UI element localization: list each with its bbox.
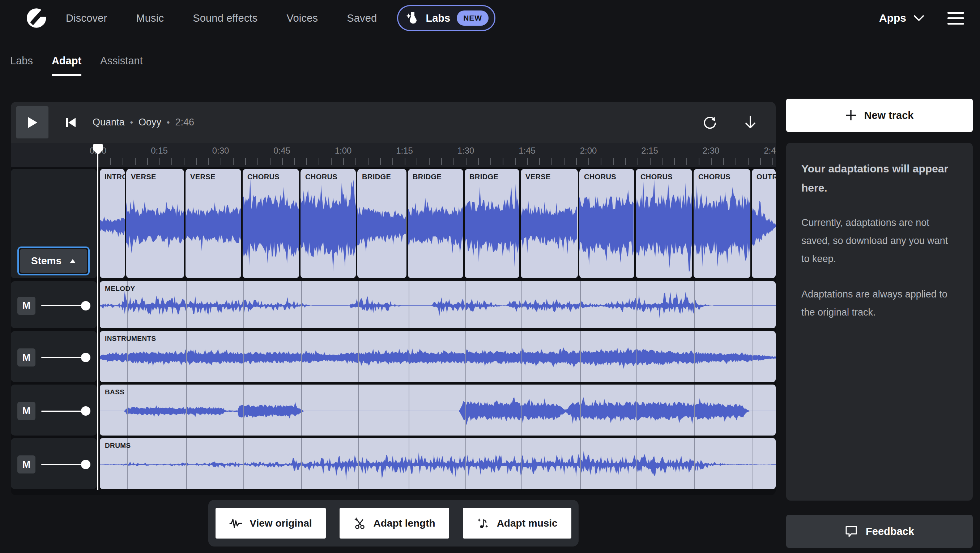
time-tick <box>147 158 148 165</box>
stems-header-panel: Stems <box>11 169 97 278</box>
new-track-button[interactable]: New track <box>786 99 973 132</box>
waveform-icon <box>229 517 242 529</box>
time-tick <box>515 158 515 165</box>
tab-labs[interactable]: Labs <box>10 55 33 76</box>
time-tick <box>674 158 675 165</box>
slider-knob[interactable] <box>81 406 91 416</box>
stem-label: INSTRUMENTS <box>105 335 156 343</box>
song-sections-row: INTROVERSEVERSECHORUSCHORUSBRIDGEBRIDGEB… <box>100 169 776 278</box>
time-tick <box>429 158 430 165</box>
time-tick <box>417 158 417 165</box>
section-intro-0[interactable]: INTRO <box>100 169 125 278</box>
time-tick <box>466 158 466 165</box>
tab-assistant[interactable]: Assistant <box>100 55 143 76</box>
flask-icon <box>406 11 419 25</box>
section-label: VERSE <box>131 173 156 181</box>
slider-knob[interactable] <box>81 301 91 310</box>
time-tick <box>172 158 172 165</box>
nav-item-saved[interactable]: Saved <box>347 12 377 24</box>
labs-label: Labs <box>426 12 450 24</box>
volume-slider-instruments[interactable] <box>41 348 91 367</box>
slider-knob[interactable] <box>81 353 91 362</box>
section-bridge-7[interactable]: BRIDGE <box>465 169 519 278</box>
section-gridline <box>522 331 522 382</box>
stem-controls-drums: M <box>11 438 97 489</box>
play-button[interactable] <box>16 106 48 138</box>
action-label: Adapt length <box>374 518 435 529</box>
stem-track-instruments[interactable]: INSTRUMENTS <box>100 331 776 382</box>
stem-track-drums[interactable]: DRUMS <box>100 438 776 489</box>
time-tick <box>748 158 749 165</box>
mute-button-bass[interactable]: M <box>18 402 35 420</box>
adapt-length-button[interactable]: Adapt length <box>340 508 449 539</box>
time-tick <box>589 158 589 165</box>
time-tick <box>527 158 528 165</box>
epidemic-sound-logo-icon[interactable] <box>26 8 48 29</box>
time-ruler[interactable]: 0:000:150:300:451:001:151:301:452:002:15… <box>11 143 776 167</box>
time-tick <box>539 158 540 165</box>
section-chorus-4[interactable]: CHORUS <box>301 169 356 278</box>
stems-toggle-button[interactable]: Stems <box>18 246 90 275</box>
section-gridline <box>465 385 466 435</box>
nav-item-sound-effects[interactable]: Sound effects <box>193 12 258 24</box>
section-verse-1[interactable]: VERSE <box>126 169 184 278</box>
time-label: 2:45 <box>764 146 776 156</box>
section-chorus-3[interactable]: CHORUS <box>243 169 299 278</box>
tab-adapt[interactable]: Adapt <box>52 55 81 76</box>
adaptations-body-1: Currently, adaptations are not saved, so… <box>801 214 958 268</box>
section-label: BRIDGE <box>362 173 391 181</box>
player-actions <box>703 115 757 130</box>
download-icon[interactable] <box>744 115 757 130</box>
time-label: 1:30 <box>457 146 474 156</box>
timeline-area: 0:000:150:300:451:001:151:301:452:002:15… <box>11 143 776 495</box>
section-chorus-11[interactable]: CHORUS <box>694 169 750 278</box>
nav-item-voices[interactable]: Voices <box>287 12 318 24</box>
feedback-button[interactable]: Feedback <box>786 515 973 548</box>
volume-slider-bass[interactable] <box>41 402 91 420</box>
section-gridline <box>243 281 244 328</box>
section-chorus-10[interactable]: CHORUS <box>636 169 692 278</box>
volume-slider-drums[interactable] <box>41 455 91 474</box>
apps-menu[interactable]: Apps <box>879 12 924 24</box>
section-gridline <box>522 385 522 435</box>
section-gridline <box>580 281 581 328</box>
section-bridge-6[interactable]: BRIDGE <box>408 169 463 278</box>
section-bridge-5[interactable]: BRIDGE <box>357 169 406 278</box>
nav-item-discover[interactable]: Discover <box>66 12 107 24</box>
nav-item-music[interactable]: Music <box>136 12 164 24</box>
feedback-label: Feedback <box>866 526 914 537</box>
time-tick <box>638 158 638 165</box>
slider-knob[interactable] <box>81 460 91 469</box>
hamburger-menu-icon[interactable] <box>947 12 964 25</box>
section-gridline <box>358 385 359 435</box>
section-gridline <box>752 331 753 382</box>
section-verse-2[interactable]: VERSE <box>186 169 241 278</box>
mute-button-drums[interactable]: M <box>18 455 35 474</box>
section-verse-8[interactable]: VERSE <box>521 169 578 278</box>
section-gridline <box>243 385 244 435</box>
action-label: View original <box>250 518 312 529</box>
volume-slider-melody[interactable] <box>41 297 91 315</box>
mute-button-melody[interactable]: M <box>18 297 35 315</box>
stem-track-melody[interactable]: MELODY <box>100 281 776 328</box>
chevron-down-icon <box>913 15 924 21</box>
section-gridline <box>694 385 695 435</box>
section-gridline <box>694 331 695 382</box>
adapt-toolbar: View originalAdapt lengthAdapt music <box>208 500 579 547</box>
regenerate-icon[interactable] <box>703 115 717 130</box>
section-chorus-9[interactable]: CHORUS <box>579 169 634 278</box>
time-tick <box>245 158 246 165</box>
time-tick <box>723 158 724 165</box>
view-original-button[interactable]: View original <box>216 508 325 539</box>
skip-to-start-icon[interactable] <box>65 117 77 128</box>
time-tick <box>221 158 221 165</box>
section-outro-12[interactable]: OUTRO <box>752 169 776 278</box>
mute-button-instruments[interactable]: M <box>18 348 35 367</box>
feedback-bubble-icon <box>845 525 858 538</box>
section-label: BRIDGE <box>413 173 442 181</box>
section-gridline <box>580 331 581 382</box>
stem-track-bass[interactable]: BASS <box>100 385 776 435</box>
adapt-music-button[interactable]: Adapt music <box>463 508 571 539</box>
nav-item-labs[interactable]: Labs NEW <box>397 5 495 31</box>
new-badge: NEW <box>457 11 488 25</box>
